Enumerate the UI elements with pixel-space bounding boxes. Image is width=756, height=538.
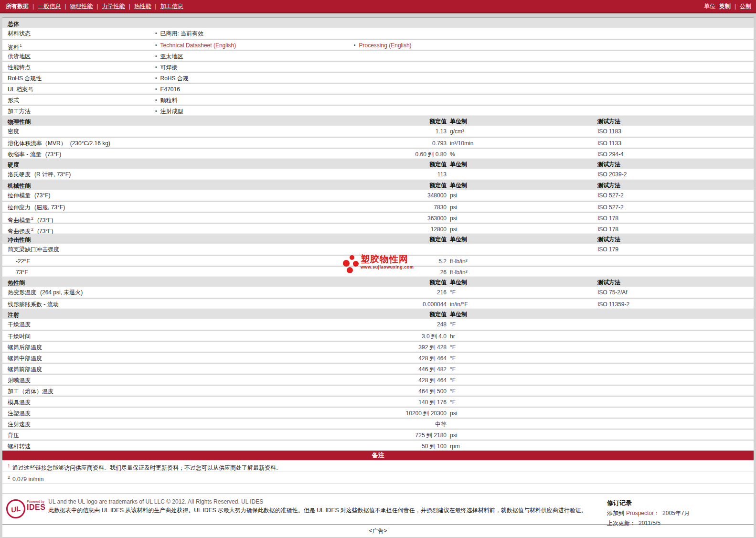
table-row: -22°F 5.2 ft·lb/in² bbox=[2, 255, 754, 266]
datasheet-link[interactable]: Technical Datasheet (English) bbox=[160, 41, 236, 50]
property-label: 螺筒后部温度 bbox=[2, 342, 363, 352]
nav-all-data[interactable]: 所有数据 bbox=[6, 2, 29, 11]
section-header-thermal: 热性能 额定值 单位制 测试方法 bbox=[2, 277, 754, 287]
bullet-icon: • bbox=[155, 74, 157, 83]
property-unit: °F bbox=[447, 319, 596, 330]
table-row: 洛氏硬度(R 计秤, 73°F) 113 ISO 2039-2 bbox=[2, 169, 754, 180]
test-method: ISO 527-2 bbox=[596, 202, 754, 212]
table-row: 螺杆转速 50 到 100 rpm bbox=[2, 440, 754, 451]
nav-thermal[interactable]: 热性能 bbox=[134, 2, 151, 11]
processing-link[interactable]: Processing (English) bbox=[359, 41, 412, 50]
property-value: 10200 到 20300 bbox=[363, 408, 447, 418]
table-row: 收缩率 - 流量(73°F) 0.60 到 0.80 % ISO 294-4 bbox=[2, 148, 754, 159]
property-label: 干燥时间 bbox=[2, 331, 363, 341]
property-label: RoHS 合规性 bbox=[2, 73, 155, 83]
property-label: UL 档案号 bbox=[2, 84, 155, 94]
property-label: 弯曲模量2(73°F) bbox=[2, 213, 363, 223]
section-header-hardness: 硬度 额定值 单位制 测试方法 bbox=[2, 159, 754, 169]
property-label: 供货地区 bbox=[2, 51, 155, 61]
table-row: 资料1 •Technical Datasheet (English) •Proc… bbox=[2, 39, 754, 50]
test-method bbox=[596, 408, 754, 418]
table-row: 73°F 26 ft·lb/in² bbox=[2, 266, 754, 277]
column-header-unit: 单位制 bbox=[447, 234, 596, 244]
property-value: 26 bbox=[363, 267, 447, 277]
section-header-physical: 物理性能 额定值 单位制 测试方法 bbox=[2, 116, 754, 126]
test-method bbox=[596, 342, 754, 352]
property-unit: in/in/°F bbox=[447, 299, 596, 309]
property-label: 拉伸应力(屈服, 73°F) bbox=[2, 202, 363, 212]
table-row: 供货地区 •亚太地区 bbox=[2, 50, 754, 61]
datasheet-table: 总体 材料状态 •已商用: 当前有效 资料1 •Technical Datash… bbox=[2, 17, 754, 537]
revision-title: 修订记录 bbox=[607, 499, 748, 507]
table-row: 密度 1.13 g/cm³ ISO 1183 bbox=[2, 126, 754, 137]
property-value bbox=[363, 244, 447, 255]
column-header-test: 测试方法 bbox=[596, 116, 754, 126]
test-method bbox=[596, 430, 754, 440]
table-row: 线形膨胀系数 - 流动 0.000044 in/in/°F ISO 11359-… bbox=[2, 298, 754, 309]
column-header-value: 额定值 bbox=[363, 309, 447, 319]
property-unit: °F bbox=[447, 375, 596, 385]
section-title: 机械性能 bbox=[2, 180, 363, 190]
footer-disclaimer: UL and the UL logo are trademarks of UL … bbox=[45, 498, 607, 522]
test-method: ISO 1183 bbox=[596, 126, 754, 137]
property-label: 模具温度 bbox=[2, 397, 363, 407]
notes-banner: 备注 bbox=[2, 451, 754, 460]
property-value-item: •Technical Datasheet (English) bbox=[155, 40, 354, 50]
property-label: 73°F bbox=[2, 267, 363, 277]
property-unit: °F bbox=[447, 287, 596, 298]
unit-english-active: 英制 bbox=[719, 2, 731, 11]
property-value: 0.793 bbox=[363, 138, 447, 148]
column-header-unit: 单位制 bbox=[447, 309, 596, 319]
nav-separator: | bbox=[128, 3, 130, 10]
revision-updated: 上次更新：2011/5/5 bbox=[607, 519, 748, 527]
footnote-number: 2 bbox=[8, 475, 10, 480]
property-label: 资料1 bbox=[2, 40, 155, 50]
unit-metric-link[interactable]: 公制 bbox=[740, 2, 751, 11]
section-title: 硬度 bbox=[2, 159, 363, 169]
property-value: 0.000044 bbox=[363, 299, 447, 309]
test-method: ISO 527-2 bbox=[596, 190, 754, 201]
section-header-general: 总体 bbox=[2, 17, 754, 28]
table-row: 形式 •颗粒料 bbox=[2, 94, 754, 105]
column-header-test: 测试方法 bbox=[596, 234, 754, 244]
trademark-line: UL and the UL logo are trademarks of UL … bbox=[48, 498, 607, 505]
nav-separator: | bbox=[96, 3, 98, 10]
property-unit: ft·lb/in² bbox=[447, 267, 596, 277]
test-method bbox=[596, 256, 754, 266]
nav-general-info[interactable]: 一般信息 bbox=[38, 2, 61, 11]
ul-logo-icon: UL bbox=[6, 499, 25, 518]
column-header-value: 额定值 bbox=[363, 116, 447, 126]
property-unit: hr bbox=[447, 331, 596, 341]
table-row: 加工方法 •注射成型 bbox=[2, 105, 754, 116]
table-row: 背压 725 到 2180 psi bbox=[2, 429, 754, 440]
column-header-unit: 单位制 bbox=[447, 180, 596, 190]
test-method: ISO 75-2/Af bbox=[596, 287, 754, 298]
nav-physical[interactable]: 物理性能 bbox=[70, 2, 93, 11]
column-header-unit: 单位制 bbox=[447, 277, 596, 287]
property-label: 加工方法 bbox=[2, 106, 155, 116]
test-method: ISO 178 bbox=[596, 224, 754, 234]
table-row: 螺筒后部温度 392 到 428 °F bbox=[2, 341, 754, 352]
property-unit: rpm bbox=[447, 441, 596, 451]
table-row: 简支梁缺口冲击强度 ISO 179 bbox=[2, 244, 754, 255]
property-unit: g/cm³ bbox=[447, 126, 596, 137]
footnote-ref: 1 bbox=[20, 43, 22, 48]
nav-processing[interactable]: 加工信息 bbox=[160, 2, 183, 11]
powered-by-label: Powered by bbox=[27, 500, 45, 503]
table-row: 射嘴温度 428 到 464 °F bbox=[2, 374, 754, 385]
section-title: 物理性能 bbox=[2, 116, 363, 126]
column-header-test: 测试方法 bbox=[596, 180, 754, 190]
property-label: 注射速度 bbox=[2, 419, 363, 429]
table-row: 螺筒前部温度 446 到 482 °F bbox=[2, 363, 754, 374]
property-value: 464 到 500 bbox=[363, 386, 447, 396]
test-method: ISO 179 bbox=[596, 244, 754, 255]
property-label: 密度 bbox=[2, 126, 363, 137]
nav-mechanical[interactable]: 力学性能 bbox=[102, 2, 125, 11]
nav-separator: | bbox=[155, 3, 157, 10]
section-title: 热性能 bbox=[2, 277, 363, 287]
property-label: -22°F bbox=[2, 256, 363, 266]
bullet-icon: • bbox=[155, 41, 157, 50]
property-value: 363000 bbox=[363, 213, 447, 223]
property-value: 7830 bbox=[363, 202, 447, 212]
section-header-mechanical: 机械性能 额定值 单位制 测试方法 bbox=[2, 180, 754, 190]
